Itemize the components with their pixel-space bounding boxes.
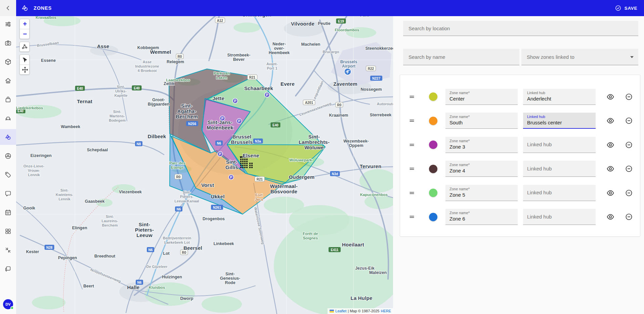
linked-hub-filter-select[interactable]: Show zones linked to (521, 49, 638, 65)
linked-hub-field[interactable]: Linked hub (523, 185, 596, 201)
zone-name-label: Zone name* (449, 162, 514, 167)
drag-handle-icon[interactable] (408, 141, 416, 149)
linked-hub-value: Brussels center (527, 119, 592, 126)
zone-name-field[interactable]: Zone name*Center (445, 89, 518, 105)
map-label: Steenokkerzeel (365, 46, 393, 51)
map-label: Kraainem (329, 113, 348, 118)
show-zone-button[interactable] (606, 189, 614, 197)
eye-icon (607, 191, 614, 195)
filters-icon (4, 21, 12, 28)
zoom-in-button[interactable]: + (20, 19, 30, 29)
map-label: Sint-Gillis (225, 159, 238, 170)
svg-text:N3d: N3d (332, 172, 338, 176)
online-status-dot (10, 306, 14, 310)
sidebar-item-grid[interactable] (0, 223, 16, 239)
calendar-icon (4, 209, 12, 216)
map-label: Gooik (23, 206, 35, 210)
user-avatar[interactable]: DV (3, 299, 13, 309)
map-label: Wemmel (150, 49, 171, 55)
linked-hub-field[interactable]: Linked hub (523, 209, 596, 225)
sidebar-item-calendar[interactable] (0, 204, 16, 220)
search-location-input[interactable]: Search by location (403, 21, 638, 36)
parking-marker: P (265, 92, 270, 97)
leaflet-map[interactable]: E40E40E40E40E19E411N8N28N6N6N6N6N261N227… (16, 16, 393, 314)
drag-handle-icon[interactable] (408, 93, 416, 101)
sidebar-item-wheel[interactable] (0, 148, 16, 164)
map-canvas[interactable]: E40E40E40E40E19E411N8N28N6N6N6N6N261N227… (16, 16, 393, 314)
sidebar-item-camera[interactable] (0, 35, 16, 51)
remove-zone-button[interactable] (625, 93, 633, 101)
zone-name-label: Zone name* (449, 139, 514, 143)
sidebar-item-collapse[interactable] (0, 242, 16, 258)
sidebar-item-package[interactable] (0, 54, 16, 70)
zone-row: Zone name*CenterLinked hubAnderlecht (400, 85, 640, 109)
zone-color-dot[interactable] (429, 117, 437, 125)
linked-hub-field[interactable]: Linked hubAnderlecht (523, 89, 596, 105)
zone-color-dot[interactable] (429, 189, 437, 197)
remove-zone-button[interactable] (625, 141, 633, 149)
airport-marker (344, 68, 351, 75)
show-zone-button[interactable] (606, 165, 614, 173)
road-badge-E19: E19 (336, 18, 346, 24)
move-button[interactable] (20, 65, 30, 74)
remove-zone-button[interactable] (625, 117, 633, 125)
show-zone-button[interactable] (606, 141, 614, 149)
remove-zone-button[interactable] (625, 165, 633, 173)
sidebar-item-bag[interactable] (0, 91, 16, 107)
eye-icon (607, 118, 614, 123)
here-link[interactable]: HERE (381, 309, 391, 313)
save-button[interactable]: SAVE (615, 5, 637, 11)
road-badge-N3d: N3d (330, 171, 340, 176)
map-label: Drogenbos (203, 217, 225, 221)
svg-text:N227: N227 (372, 77, 380, 80)
map-zoom-control: + − (19, 19, 30, 39)
road-badge-R0: R0 (176, 54, 183, 59)
zone-name-field[interactable]: Zone name*Zone 3 (445, 137, 518, 153)
drag-handle-icon[interactable] (408, 213, 416, 221)
draw-polygon-button[interactable] (19, 42, 30, 52)
zone-name-field[interactable]: Zone name*Zone 4 (445, 161, 518, 177)
linked-hub-field[interactable]: Linked hubBrussels center (523, 113, 596, 129)
drag-handle-icon[interactable] (408, 165, 416, 172)
sidebar-item-tag[interactable] (0, 167, 16, 183)
zone-color-dot[interactable] (429, 213, 437, 221)
map-label: Parc desEtangs (169, 161, 185, 169)
zone-name-label: Zone name* (449, 187, 514, 191)
svg-text:N6: N6 (148, 248, 153, 252)
remove-zone-button[interactable] (625, 213, 633, 221)
check-circle-icon (615, 5, 621, 11)
show-zone-button[interactable] (606, 117, 614, 125)
zone-name-field[interactable]: Zone name*Zone 6 (445, 209, 518, 225)
move-arrows-icon (22, 67, 28, 73)
svg-text:R0: R0 (337, 103, 342, 107)
drag-handle-icon[interactable] (408, 117, 416, 124)
zone-name-field[interactable]: Zone name*South (445, 113, 518, 129)
zone-color-dot[interactable] (429, 165, 437, 173)
map-label: Vorst (201, 182, 214, 188)
leaflet-link[interactable]: Leaflet (335, 309, 346, 313)
sidebar-item-chat[interactable] (0, 186, 16, 201)
linked-hub-field[interactable]: Linked hub (523, 161, 596, 177)
drag-handle-icon[interactable] (408, 189, 416, 197)
search-name-input[interactable]: Search by name (403, 49, 519, 65)
linked-hub-filter-label: Show zones linked to (527, 54, 574, 60)
show-zone-button[interactable] (606, 213, 614, 221)
sidebar-item-home[interactable] (0, 73, 16, 88)
edit-vertices-button[interactable] (20, 55, 30, 65)
svg-text:P: P (266, 93, 268, 97)
zone-color-dot[interactable] (429, 92, 437, 101)
sidebar-item-filters[interactable] (0, 16, 16, 32)
back-button[interactable] (0, 0, 16, 16)
sidebar-item-car[interactable] (0, 110, 16, 126)
zone-color-dot[interactable] (429, 141, 437, 149)
sidebar-item-forum[interactable] (0, 261, 16, 277)
sidebar-item-zones[interactable] (0, 129, 16, 145)
linked-hub-field[interactable]: Linked hub (523, 137, 596, 153)
map-label: Pepingen (58, 256, 77, 260)
ukraine-flag-icon (330, 310, 334, 313)
remove-zone-button[interactable] (625, 189, 633, 197)
zoom-out-button[interactable]: − (20, 29, 30, 39)
zone-name-field[interactable]: Zone name*Zone 5 (445, 185, 518, 201)
show-zone-button[interactable] (606, 93, 614, 101)
zone-name-label: Zone name* (449, 90, 514, 95)
